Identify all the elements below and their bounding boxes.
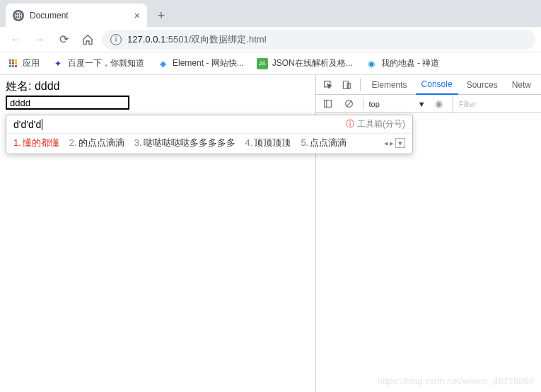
bookmark-label: JSON在线解析及格... <box>272 57 353 69</box>
close-icon[interactable]: × <box>134 10 140 21</box>
browser-tab[interactable]: Document × <box>6 4 147 27</box>
ime-candidate[interactable]: 4.顶顶顶顶 <box>245 137 291 149</box>
live-expression-icon[interactable]: ◉ <box>431 96 447 112</box>
ime-toolbox[interactable]: ⓘ 工具箱(分号) <box>346 118 405 130</box>
reload-button[interactable]: ⟳ <box>54 30 74 50</box>
ime-dropdown-icon[interactable]: ▾ <box>395 138 405 148</box>
console-toolbar: top ▼ ◉ Filter <box>316 95 541 113</box>
divider <box>360 79 361 91</box>
site-info-icon[interactable]: i <box>110 34 122 45</box>
bookmark-favicon: ◉ <box>366 58 377 69</box>
bookmark-label: 我的地盘 - 禅道 <box>381 57 440 69</box>
ime-popup: d'd'd'd ⓘ 工具箱(分号) 1.懂的都懂 2.的点点滴滴 3.哒哒哒哒哒… <box>6 115 413 154</box>
ime-candidate[interactable]: 5.点点滴滴 <box>301 137 347 149</box>
context-selector[interactable]: top ▼ <box>369 100 426 108</box>
svg-line-7 <box>347 101 352 107</box>
bookmark-favicon: JS <box>257 58 268 69</box>
ime-candidates: 1.懂的都懂 2.的点点滴滴 3.哒哒哒哒哒多多多多多 4.顶顶顶顶 5.点点滴… <box>6 133 412 154</box>
ime-candidate[interactable]: 3.哒哒哒哒哒多多多多多 <box>134 137 235 149</box>
tab-console[interactable]: Console <box>416 75 458 95</box>
tab-sources[interactable]: Sources <box>461 75 504 95</box>
home-button[interactable] <box>78 30 98 50</box>
ime-next-icon[interactable]: ▸ <box>390 139 394 148</box>
ime-prev-icon[interactable]: ◂ <box>384 139 388 148</box>
tab-network[interactable]: Netw <box>506 75 537 95</box>
name-label: 姓名: dddd <box>6 79 310 94</box>
apps-button[interactable]: 应用 <box>7 57 40 69</box>
new-tab-button[interactable]: + <box>151 6 171 25</box>
bookmarks-bar: 应用 ✦ 百度一下，你就知道 ◆ Element - 网站快... JS JSO… <box>0 52 541 75</box>
ime-candidate[interactable]: 2.的点点滴滴 <box>69 137 124 149</box>
bookmark-item[interactable]: ✦ 百度一下，你就知道 <box>52 57 144 69</box>
tab-elements[interactable]: Elements <box>366 75 413 95</box>
clear-console-icon[interactable] <box>342 96 357 112</box>
devtools-tabbar: Elements Console Sources Netw <box>316 75 541 95</box>
apps-label: 应用 <box>23 57 40 69</box>
bookmark-favicon: ◆ <box>157 58 168 69</box>
ime-toolbox-label: 工具箱(分号) <box>357 118 405 130</box>
ime-composition: d'd'd'd <box>13 119 42 130</box>
browser-toolbar: ← → ⟳ i 127.0.0.1:5501/双向数据绑定.html <box>0 27 541 52</box>
tab-strip: Document × + <box>0 0 541 27</box>
bookmark-label: Element - 网站快... <box>173 57 244 69</box>
device-icon[interactable] <box>339 77 354 93</box>
forward-button[interactable]: → <box>30 30 50 50</box>
url-text: 127.0.0.1:5501/双向数据绑定.html <box>127 33 267 46</box>
globe-icon <box>13 10 24 21</box>
chevron-down-icon: ▼ <box>418 100 426 108</box>
inspect-icon[interactable] <box>320 77 336 93</box>
divider <box>363 98 363 110</box>
bound-value: dddd <box>35 80 60 92</box>
name-input[interactable] <box>6 96 129 110</box>
apps-icon <box>7 58 18 69</box>
filter-input[interactable]: Filter <box>453 95 537 113</box>
bookmark-item[interactable]: ◆ Element - 网站快... <box>157 57 244 69</box>
back-button[interactable]: ← <box>6 30 25 50</box>
bookmark-label: 百度一下，你就知道 <box>68 57 144 69</box>
ime-pager: ◂ ▸ ▾ <box>384 138 405 148</box>
bookmark-item[interactable]: JS JSON在线解析及格... <box>257 57 353 69</box>
tab-title: Document <box>30 11 69 21</box>
context-label: top <box>369 100 380 108</box>
bookmark-item[interactable]: ◉ 我的地盘 - 禅道 <box>366 57 440 69</box>
svg-rect-4 <box>325 100 332 108</box>
console-sidebar-icon[interactable] <box>320 96 336 112</box>
viewport-split: 姓名: dddd d'd'd'd ⓘ 工具箱(分号) 1.懂的都懂 2.的点点滴… <box>0 75 541 392</box>
ime-candidate[interactable]: 1.懂的都懂 <box>13 137 59 149</box>
bookmark-favicon: ✦ <box>52 58 64 69</box>
address-bar[interactable]: i 127.0.0.1:5501/双向数据绑定.html <box>102 30 535 50</box>
label-prefix: 姓名: <box>6 80 35 92</box>
page-content: 姓名: dddd d'd'd'd ⓘ 工具箱(分号) 1.懂的都懂 2.的点点滴… <box>0 75 316 392</box>
ime-composition-row: d'd'd'd ⓘ 工具箱(分号) <box>6 115 412 133</box>
info-icon: ⓘ <box>346 118 354 130</box>
